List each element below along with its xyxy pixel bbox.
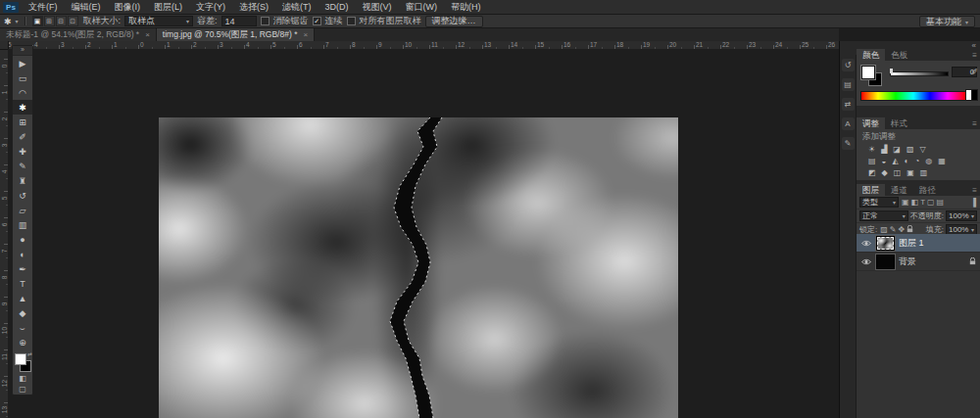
adjustment-icon[interactable]: ◩ <box>868 168 876 177</box>
lasso-tool[interactable]: ◠ <box>13 85 32 100</box>
swap-colors-icon[interactable]: ⇄ <box>27 350 32 357</box>
clone-stamp-tool[interactable]: ♜ <box>13 173 32 188</box>
shape-tool[interactable]: ◆ <box>13 305 32 320</box>
menu-item-8[interactable]: 视图(V) <box>356 0 399 14</box>
rectangular-marquee-tool[interactable]: ▭ <box>13 70 32 85</box>
adjustments-tab-0[interactable]: 调整 <box>857 117 885 129</box>
selection-mode-3[interactable]: ⊡ <box>68 16 78 26</box>
magic-wand-tool[interactable]: ✱ <box>13 100 32 115</box>
color-slider[interactable] <box>890 71 949 76</box>
filter-toggle-icon[interactable]: ▐ <box>970 198 976 207</box>
adjustment-icon[interactable]: ▤ <box>868 157 876 165</box>
adjustment-icon[interactable]: ▣ <box>906 168 914 177</box>
pen-tool[interactable]: ✒ <box>13 261 32 276</box>
toolbar-collapse-icon[interactable]: » <box>13 46 32 56</box>
color-slider-handle[interactable] <box>890 69 893 73</box>
layer-filter-icon-0[interactable]: ▣ <box>902 198 909 207</box>
selection-mode-0[interactable]: ▣ <box>32 16 43 26</box>
adjustment-icon[interactable]: ▦ <box>938 157 946 165</box>
crop-tool[interactable]: ⊞ <box>13 115 32 129</box>
sample-size-dropdown[interactable]: 取样点 ▾ <box>124 16 193 26</box>
lock-icon-1[interactable]: ✎ <box>890 225 897 234</box>
layer-filter-icon-3[interactable]: ▢ <box>927 198 935 207</box>
lock-all-icon[interactable] <box>906 225 913 235</box>
menu-item-5[interactable]: 选择(S) <box>232 0 275 14</box>
foreground-color-swatch[interactable] <box>861 66 875 79</box>
adjustment-icon[interactable]: ◒ <box>882 157 887 165</box>
adjustment-icon[interactable]: ▧ <box>906 145 914 154</box>
adjustments-tab-1[interactable]: 样式 <box>885 117 913 129</box>
panel-menu-icon[interactable]: ≡ <box>972 119 977 128</box>
menu-item-2[interactable]: 图像(I) <box>108 0 148 14</box>
lock-icon-0[interactable]: ▨ <box>880 225 888 234</box>
eyedropper-tool[interactable]: ✐ <box>13 129 32 144</box>
menu-item-7[interactable]: 3D(D) <box>318 0 356 14</box>
color-picker-icon[interactable]: ✐ <box>971 68 978 76</box>
adjustment-icon[interactable]: ◆ <box>882 168 888 177</box>
color-spectrum-ramp[interactable] <box>860 91 966 101</box>
adjustment-icon[interactable]: ◫ <box>894 168 902 177</box>
dodge-tool[interactable]: ◐ <box>13 247 32 261</box>
adjustment-icon[interactable]: ◍ <box>925 157 932 165</box>
menu-item-9[interactable]: 窗口(W) <box>399 0 445 14</box>
history-brush-tool[interactable]: ↺ <box>13 188 32 203</box>
adjustment-icon[interactable]: ▟ <box>881 145 887 154</box>
tool-preset-caret-icon[interactable]: ▾ <box>16 18 19 24</box>
layer-thumbnail[interactable] <box>876 255 895 269</box>
panel-menu-icon[interactable]: ≡ <box>972 51 977 60</box>
menu-item-3[interactable]: 图层(L) <box>147 0 189 14</box>
layer-thumbnail[interactable] <box>876 236 895 251</box>
black-chip[interactable] <box>971 89 978 101</box>
layer-filter-icon-4[interactable]: ▤ <box>937 198 945 207</box>
menu-item-10[interactable]: 帮助(H) <box>444 0 488 14</box>
selection-mode-1[interactable]: ⊞ <box>44 16 55 26</box>
adjustment-icon[interactable]: ◪ <box>893 145 901 154</box>
layer-filter-icon-1[interactable]: ◧ <box>911 198 919 207</box>
canvas-image[interactable] <box>159 117 678 418</box>
adjustment-icon[interactable]: ◐ <box>905 157 909 165</box>
adjustment-icon[interactable]: ☀ <box>868 145 875 154</box>
quick-mask-button[interactable]: ◧ <box>13 373 32 384</box>
contiguous-checkbox[interactable]: ✓ <box>313 17 321 25</box>
paragraph-panel-icon[interactable]: ✎ <box>842 137 855 150</box>
filter-type-dropdown[interactable]: 类型 ▾ <box>859 197 899 208</box>
layers-tab-2[interactable]: 路径 <box>913 184 942 196</box>
foreground-color-swatch[interactable] <box>15 353 26 365</box>
adjustment-icon[interactable]: ▥ <box>920 168 928 177</box>
menu-item-6[interactable]: 滤镜(T) <box>275 0 318 14</box>
layers-tab-0[interactable]: 图层 <box>857 184 885 196</box>
layer-filter-icon-2[interactable]: T <box>920 198 925 207</box>
blur-tool[interactable]: ● <box>13 232 32 247</box>
spot-healing-brush-tool[interactable]: ✚ <box>13 144 32 159</box>
adjustment-icon[interactable]: ◔ <box>914 157 919 165</box>
color-tab-1[interactable]: 色板 <box>885 49 913 61</box>
magic-wand-icon[interactable]: ✱ <box>4 17 12 26</box>
move-tool[interactable]: ▶ <box>13 56 32 70</box>
menu-item-4[interactable]: 文字(Y) <box>189 0 232 14</box>
menu-item-0[interactable]: 文件(F) <box>22 0 65 14</box>
adjustment-icon[interactable]: ▽ <box>919 145 925 154</box>
zoom-tool[interactable]: ⊕ <box>13 335 32 349</box>
app-logo-icon[interactable]: Ps <box>3 2 19 13</box>
sample-all-layers-checkbox[interactable] <box>347 17 356 25</box>
character-panel-icon[interactable]: A <box>842 117 855 130</box>
close-icon[interactable]: × <box>303 30 308 39</box>
visibility-eye-icon[interactable] <box>860 258 872 265</box>
properties-panel-icon[interactable]: ▤ <box>842 78 855 91</box>
path-select-tool[interactable]: ▲ <box>13 291 32 305</box>
refine-edge-button[interactable]: 调整边缘… <box>425 16 483 27</box>
lock-icon-2[interactable]: ✥ <box>899 225 906 234</box>
document-tab-0[interactable]: 未标题-1 @ 54.1%(图层 2, RGB/8) *× <box>0 28 157 41</box>
type-tool[interactable]: T <box>13 276 32 291</box>
layers-tab-1[interactable]: 通道 <box>885 184 913 196</box>
screen-mode-button[interactable]: ▢ <box>13 384 32 395</box>
opacity-input[interactable]: 100% ▾ <box>946 210 977 221</box>
color-tab-0[interactable]: 颜色 <box>857 49 885 61</box>
hand-tool[interactable]: ⌣ <box>13 320 32 335</box>
layer-row-0[interactable]: 图层 1 <box>857 234 980 253</box>
panel-menu-icon[interactable]: ≡ <box>972 186 977 195</box>
adjustment-icon[interactable]: ◭ <box>892 157 898 165</box>
gradient-tool[interactable]: ▥ <box>13 217 32 232</box>
brush-tool[interactable]: ✎ <box>13 159 32 173</box>
menu-item-1[interactable]: 编辑(E) <box>65 0 108 14</box>
